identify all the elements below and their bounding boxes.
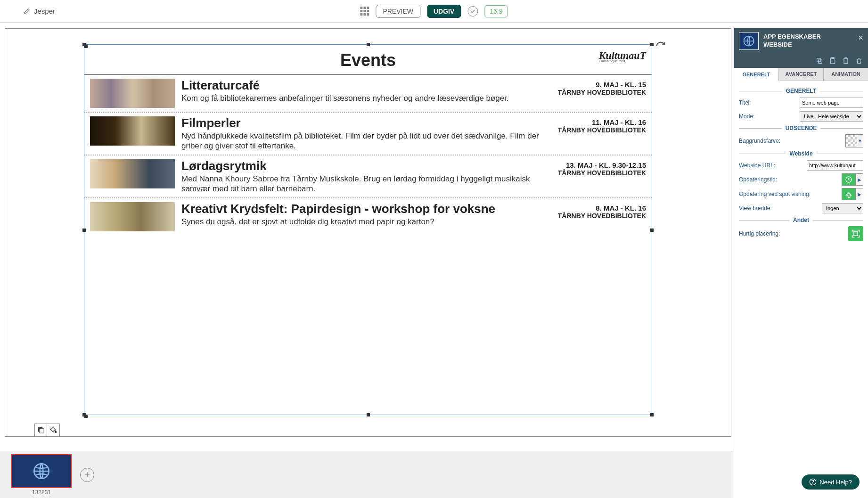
- canvas-wrap: Events KultunauTi samarbejde med Littera…: [5, 28, 731, 437]
- kultunaut-logo: KultunauTi samarbejde med: [599, 51, 646, 62]
- svg-point-13: [813, 484, 813, 484]
- event-desc: Nyd håndplukkede kvalitetsfilm på biblio…: [181, 131, 545, 151]
- preview-button[interactable]: PREVIEW: [376, 5, 420, 18]
- svg-point-2: [55, 432, 57, 433]
- spot-id: 132831: [11, 489, 72, 496]
- resize-handle[interactable]: [650, 229, 654, 232]
- svg-rect-11: [854, 232, 858, 236]
- widget-selection[interactable]: Events KultunauTi samarbejde med Littera…: [84, 44, 652, 415]
- event-row: LitteraturcaféKom og få bibliotekarernes…: [84, 75, 652, 113]
- publish-button[interactable]: UDGIV: [427, 5, 461, 18]
- event-title: Filmperler: [181, 116, 545, 130]
- chevron-right-icon[interactable]: ▶: [856, 173, 863, 186]
- resize-handle[interactable]: [82, 229, 86, 232]
- url-input[interactable]: [807, 160, 863, 171]
- app-type-icon: [739, 32, 759, 50]
- event-title: Litteraturcafé: [181, 79, 545, 92]
- panel-tabs: GENERELT AVANCERET ANIMATION: [734, 68, 868, 81]
- spot-strip: 132831 +: [0, 451, 733, 498]
- layers-icon[interactable]: [35, 424, 47, 436]
- event-image: [90, 79, 175, 108]
- mode-label: Mode:: [739, 113, 754, 120]
- panel-toolbar: [734, 54, 868, 68]
- top-center-controls: PREVIEW UDGIV 16:9: [360, 5, 508, 18]
- events-title: Events: [340, 50, 396, 70]
- panel-body: GENERELT Titel: Mode: Live - Hele websid…: [734, 81, 868, 247]
- view-width-label: View bredde:: [739, 205, 772, 212]
- quick-place-label: Hurtig placering:: [739, 230, 780, 237]
- resize-handle[interactable]: [650, 413, 654, 416]
- events-widget: Events KultunauTi samarbejde med Littera…: [84, 45, 652, 415]
- refresh-label: Opdateringstid:: [739, 176, 777, 183]
- topbar: Jesper PREVIEW UDGIV 16:9: [0, 0, 868, 23]
- username: Jesper: [34, 7, 55, 15]
- chevron-right-icon[interactable]: ▶: [856, 188, 863, 200]
- events-header: Events KultunauTi samarbejde med: [84, 45, 652, 75]
- user-area[interactable]: Jesper: [24, 7, 55, 15]
- clipboard-icon[interactable]: [841, 56, 851, 66]
- event-place: TÅRNBY HOVEDBIBLIOTEK: [552, 126, 646, 134]
- event-row: FilmperlerNyd håndplukkede kvalitetsfilm…: [84, 113, 652, 155]
- section-webside: Webside: [786, 150, 816, 157]
- aspect-ratio[interactable]: 16:9: [484, 5, 508, 17]
- bgcolor-swatch[interactable]: ▼: [845, 134, 863, 147]
- spot-thumb-wrap[interactable]: 132831: [11, 454, 72, 496]
- event-row: Kreativt Krydsfelt: Papirdesign - worksh…: [84, 198, 652, 235]
- event-image: [90, 116, 175, 146]
- panel-title: APP EGENSKABER WEBSIDE: [763, 33, 821, 49]
- titel-input[interactable]: [800, 98, 863, 108]
- svg-rect-1: [39, 429, 43, 433]
- trash-icon[interactable]: [854, 56, 864, 66]
- pencil-icon: [24, 8, 30, 15]
- panel-header: APP EGENSKABER WEBSIDE ×: [734, 28, 868, 54]
- refresh-time-button[interactable]: [842, 173, 856, 186]
- rotate-handle[interactable]: [655, 41, 666, 53]
- event-date: 8. MAJ - KL. 16: [552, 204, 646, 212]
- tab-animation[interactable]: ANIMATION: [824, 68, 868, 81]
- help-button[interactable]: Need Help?: [802, 474, 860, 490]
- bucket-icon[interactable]: [47, 424, 59, 436]
- section-generelt: GENERELT: [782, 88, 820, 94]
- view-width-select[interactable]: Ingen: [822, 203, 863, 213]
- tab-avanceret[interactable]: AVANCERET: [779, 68, 824, 81]
- tab-generelt[interactable]: GENERELT: [734, 68, 779, 81]
- paste-icon[interactable]: [827, 56, 838, 66]
- add-spot-button[interactable]: +: [80, 468, 94, 482]
- properties-panel: APP EGENSKABER WEBSIDE × GENERELT AVANCE…: [734, 28, 868, 498]
- resize-handle[interactable]: [367, 413, 370, 416]
- event-date: 13. MAJ - KL. 9.30-12.15: [552, 161, 646, 169]
- titel-label: Titel:: [739, 99, 751, 106]
- event-date: 11. MAJ - KL. 16: [552, 118, 646, 126]
- globe-icon: [742, 34, 755, 48]
- resize-handle[interactable]: [82, 413, 86, 416]
- event-image: [90, 159, 175, 188]
- event-row: LørdagsrytmikMed Nanna Khoury Sabroe fra…: [84, 155, 652, 198]
- url-label: Webside URL:: [739, 162, 775, 169]
- editor-canvas[interactable]: Events KultunauTi samarbejde med Littera…: [5, 28, 731, 437]
- event-place: TÅRNBY HOVEDBIBLIOTEK: [552, 169, 646, 177]
- event-place: TÅRNBY HOVEDBIBLIOTEK: [552, 212, 646, 220]
- quick-place-button[interactable]: [848, 226, 863, 241]
- refresh-spot-button[interactable]: [842, 188, 856, 200]
- event-date: 9. MAJ - KL. 15: [552, 81, 646, 89]
- event-desc: Med Nanna Khoury Sabroe fra Tårnby Musik…: [181, 174, 545, 194]
- event-desc: Kom og få bibliotekarernes anbefalinger …: [181, 93, 545, 103]
- close-icon[interactable]: ×: [858, 33, 863, 43]
- event-place: TÅRNBY HOVEDBIBLIOTEK: [552, 89, 646, 96]
- spot-thumbnail[interactable]: [11, 454, 72, 488]
- canvas-tools: [34, 424, 60, 437]
- event-desc: Synes du også, det er sjovt at udfolde d…: [181, 217, 545, 227]
- help-icon: [809, 478, 817, 486]
- approve-icon[interactable]: [467, 6, 478, 16]
- section-udseende: UDSEENDE: [782, 125, 821, 131]
- mode-select[interactable]: Live - Hele webside: [800, 111, 863, 122]
- section-andet: Andet: [789, 217, 813, 223]
- globe-icon: [32, 461, 51, 481]
- grid-icon[interactable]: [360, 7, 369, 16]
- bg-label: Baggrundsfarve:: [739, 138, 780, 144]
- copy-icon[interactable]: [814, 56, 825, 66]
- event-image: [90, 202, 175, 231]
- event-title: Kreativt Krydsfelt: Papirdesign - worksh…: [181, 202, 545, 216]
- refresh-spot-label: Opdatering ved spot visning:: [739, 191, 811, 197]
- event-title: Lørdagsrytmik: [181, 159, 545, 173]
